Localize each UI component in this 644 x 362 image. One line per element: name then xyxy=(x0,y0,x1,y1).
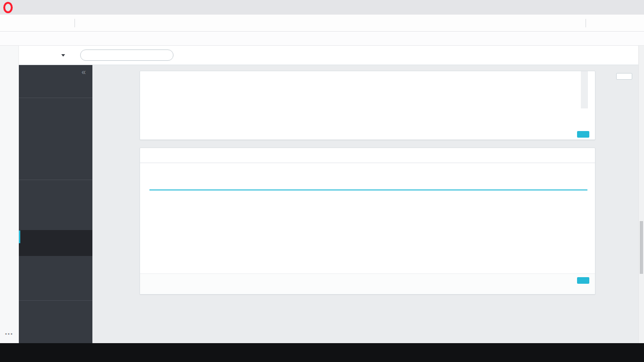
battery-saver-icon[interactable] xyxy=(610,19,618,27)
prestashop-logo-icon xyxy=(28,50,39,61)
country-table xyxy=(140,71,595,109)
shield-badge-icon[interactable] xyxy=(537,19,545,27)
save-button[interactable] xyxy=(577,277,589,284)
divider xyxy=(19,300,92,301)
prestashop-admin: « xyxy=(19,46,638,343)
browser-page: ••• « xyxy=(0,46,644,343)
help-button[interactable] xyxy=(616,73,632,80)
windows-taskbar xyxy=(0,343,644,362)
chevron-down-icon xyxy=(61,54,65,57)
carrier-panel-footer xyxy=(140,273,595,294)
hidden-icons-chevron[interactable] xyxy=(540,349,547,356)
quick-access-menu[interactable] xyxy=(58,54,65,57)
menu-item-theme-blocks[interactable] xyxy=(19,281,92,294)
tab-menu-icon[interactable] xyxy=(584,4,591,11)
menu-item-shipping[interactable] xyxy=(19,217,92,230)
reload-icon[interactable] xyxy=(43,19,51,27)
stats-icon xyxy=(26,164,33,171)
chat-icon xyxy=(26,151,33,158)
orders-icon xyxy=(26,113,33,120)
user-avatar[interactable] xyxy=(623,51,632,59)
screen: ••• « xyxy=(0,0,644,362)
scroll-down-icon[interactable] xyxy=(639,337,644,343)
restore-icon[interactable] xyxy=(617,4,624,11)
menu-payment-block xyxy=(19,230,92,256)
snapshot-icon[interactable] xyxy=(521,19,529,27)
scroll-down-icon[interactable] xyxy=(581,102,588,108)
menu-subitem-preferences[interactable] xyxy=(19,248,92,253)
collapse-menu-icon[interactable]: « xyxy=(82,68,86,76)
achievements-trophy-icon[interactable] xyxy=(606,51,614,59)
country-restrictions-panel xyxy=(140,71,595,140)
admin-content xyxy=(92,65,638,343)
menu-item-blog[interactable] xyxy=(19,269,92,281)
my-flow-icon[interactable] xyxy=(554,19,562,27)
credit-card-icon xyxy=(26,233,33,240)
menu-subitem-payment-methods[interactable] xyxy=(19,243,92,248)
menu-item-customer-service[interactable] xyxy=(19,148,92,161)
carrier-table xyxy=(149,171,587,190)
speed-dial-icon[interactable] xyxy=(59,19,67,27)
admin-search[interactable] xyxy=(80,49,173,61)
inner-scrollbar[interactable] xyxy=(581,71,588,108)
window-controls xyxy=(584,0,640,15)
bookmark-icon xyxy=(26,284,33,291)
key-icon[interactable] xyxy=(82,19,89,26)
menu-section-customize xyxy=(19,186,92,192)
menu-item-payment[interactable] xyxy=(19,230,92,243)
scroll-up-icon[interactable] xyxy=(639,46,644,52)
scrollbar-thumb[interactable] xyxy=(640,221,643,274)
site-info-icon[interactable] xyxy=(94,19,101,26)
menu-item-modules[interactable] xyxy=(19,192,92,205)
truck-icon xyxy=(26,220,33,227)
action-center-icon[interactable] xyxy=(631,349,638,356)
wifi-icon[interactable] xyxy=(565,349,573,356)
bookmark-page-icon[interactable] xyxy=(570,19,578,27)
admin-menu: « xyxy=(19,65,92,343)
close-icon[interactable] xyxy=(633,4,640,11)
puzzle-icon xyxy=(26,195,33,202)
eye-icon xyxy=(568,51,577,59)
minimize-icon[interactable] xyxy=(600,4,607,11)
divider xyxy=(74,19,75,27)
view-shop-link[interactable] xyxy=(568,51,579,59)
truck-icon xyxy=(147,151,155,160)
menu-item-catalog[interactable] xyxy=(19,123,92,135)
panel-header xyxy=(140,148,595,163)
opera-logo-icon xyxy=(3,2,13,13)
zoom-icon[interactable] xyxy=(504,19,512,27)
menu-item-orders[interactable] xyxy=(19,110,92,123)
battery-icon[interactable] xyxy=(553,349,560,356)
bookmarks-bar xyxy=(0,32,644,46)
menu-item-customers[interactable] xyxy=(19,135,92,148)
opera-menu-button[interactable] xyxy=(0,0,16,15)
catalog-icon xyxy=(26,125,33,132)
forward-icon[interactable] xyxy=(26,19,34,27)
notifications-bell-icon[interactable] xyxy=(588,51,597,59)
menu-item-international[interactable] xyxy=(19,256,92,269)
pencil-icon xyxy=(26,272,33,279)
downloads-icon[interactable] xyxy=(593,19,601,27)
system-tray xyxy=(540,343,644,362)
globe-icon xyxy=(26,259,33,266)
save-button[interactable] xyxy=(577,131,589,138)
divider xyxy=(586,19,586,27)
menu-section-configure xyxy=(19,307,92,313)
search-input[interactable] xyxy=(94,52,168,58)
sidebar-more-icon[interactable]: ••• xyxy=(0,331,18,337)
browser-toolbar xyxy=(0,15,644,32)
header-actions xyxy=(568,51,632,59)
menu-item-dashboard[interactable] xyxy=(19,79,92,91)
search-icon xyxy=(85,52,91,58)
country-panel-footer xyxy=(577,128,589,138)
back-icon[interactable] xyxy=(10,19,18,27)
customers-icon xyxy=(26,138,33,145)
menu-item-design[interactable] xyxy=(19,205,92,217)
page-scrollbar[interactable] xyxy=(638,46,644,343)
speaker-icon[interactable] xyxy=(578,349,586,356)
menu-item-stats[interactable] xyxy=(19,161,92,173)
divider xyxy=(19,180,92,180)
easy-setup-icon[interactable] xyxy=(626,19,634,27)
address-bar[interactable] xyxy=(80,19,498,26)
carrier-table-header xyxy=(149,171,587,190)
